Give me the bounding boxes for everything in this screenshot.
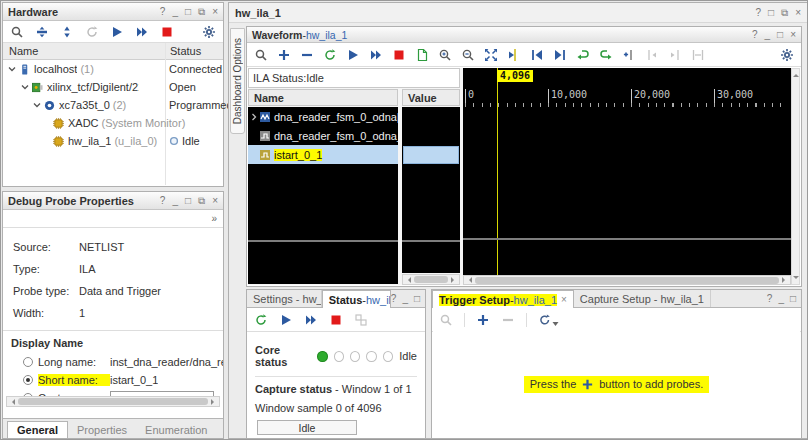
settings-gear-icon[interactable] [202,25,216,39]
help-icon[interactable]: ? [755,7,761,19]
maximize-icon[interactable]: □ [777,29,783,40]
help-icon[interactable]: ? [160,195,166,207]
stop-icon[interactable] [160,25,174,39]
wave-cursor-line[interactable] [497,68,498,275]
collapse-all-icon[interactable] [35,25,49,39]
signal-values-area[interactable] [402,107,460,273]
add-probe-icon[interactable] [476,313,490,327]
waveform-title-link[interactable]: hw_ila_1 [306,29,347,41]
tree-row-target[interactable]: xilinx_tcf/Digilent/2103197897... Open [3,78,223,96]
long-name-option[interactable]: Long name: inst_dna_reader/dna_reader_ [3,353,223,371]
remove-icon[interactable] [300,48,314,62]
minimize-icon[interactable]: _ [778,293,784,304]
run-all-icon[interactable] [304,313,318,327]
close-icon[interactable]: × [212,6,218,18]
close-tab-icon[interactable]: × [561,294,567,305]
goto-cursor-icon[interactable] [507,48,521,62]
scroll-right-icon[interactable] [211,399,217,405]
span-markers-icon-disabled[interactable] [691,48,705,62]
tree-row-hw-ila-1[interactable]: hw_ila_1 (u_ila_0) Idle [3,132,223,150]
add-icon[interactable] [277,48,291,62]
signal-name-column-header[interactable]: Name [248,89,398,106]
run-icon[interactable] [110,25,124,39]
scrollbar-thumb[interactable] [475,277,779,284]
play-icon[interactable] [279,313,293,327]
signal-value-column-header[interactable]: Value [402,89,460,106]
run-all-icon[interactable] [369,48,383,62]
scrollbar-thumb[interactable] [18,398,208,405]
horizontal-scrollbar[interactable] [6,396,220,407]
close-icon[interactable]: × [790,29,796,40]
scrollbar-thumb[interactable] [414,276,448,283]
tab-general[interactable]: General [7,421,68,438]
radio-short-name-selected[interactable] [23,375,33,385]
scroll-up-icon[interactable] [793,71,799,77]
add-marker-icon[interactable] [622,48,636,62]
close-icon[interactable]: × [795,7,801,19]
scroll-down-icon[interactable] [793,276,799,282]
stop-icon[interactable] [392,48,406,62]
float-icon[interactable]: ⧉ [198,195,205,207]
maximize-icon[interactable]: □ [185,195,191,207]
signal-row-odna[interactable]: dna_reader_fsm_0_odna[63:0] [248,107,398,126]
prev-marker-icon-disabled[interactable] [645,48,659,62]
zoom-fit-icon[interactable] [484,48,498,62]
maximize-icon[interactable]: □ [768,7,774,19]
minimize-icon[interactable]: _ [765,29,771,40]
goto-end-icon[interactable] [553,48,567,62]
scroll-left-icon[interactable] [405,277,411,283]
tab-status-active[interactable]: Status - hw_il× [322,290,391,308]
signal-names-area[interactable]: dna_reader_fsm_0_odna[63:0] dna_reader_f… [248,107,398,284]
short-name-option[interactable]: Short name: istart_0_1 [3,371,223,389]
minimize-icon[interactable]: _ [402,293,408,304]
wave-plot-area[interactable]: 0 10,000 20,000 30,000 4,096 [463,68,791,275]
settings-gear-icon[interactable] [780,48,794,62]
minimize-icon[interactable]: _ [172,6,178,18]
tree-row-localhost[interactable]: localhost (1) Connected [3,60,223,78]
wave-horizontal-scrollbar[interactable] [463,275,791,285]
run-setup-icon[interactable] [538,313,559,327]
values-horizontal-scrollbar[interactable] [402,274,460,285]
search-icon[interactable] [254,48,268,62]
minimize-icon[interactable]: _ [172,195,178,207]
run-trigger-icon[interactable] [323,48,337,62]
overflow-chevrons-icon[interactable]: » [211,213,217,224]
float-icon[interactable]: ⧉ [198,6,205,18]
close-icon[interactable]: × [212,195,218,207]
run-all-icon[interactable] [135,25,149,39]
expand-all-icon[interactable] [60,25,74,39]
float-icon[interactable]: ⧉ [781,7,788,19]
next-marker-icon-disabled[interactable] [668,48,682,62]
search-icon-disabled[interactable] [439,313,453,327]
search-icon[interactable] [10,25,24,39]
signal-row-odna-ready[interactable]: dna_reader_fsm_0_odna_ready [248,126,398,145]
tab-settings[interactable]: Settings - hw_ila [247,290,322,307]
maximize-icon[interactable]: □ [790,293,796,304]
signal-row-istart-selected[interactable]: istart_0_1 [248,145,398,164]
play-icon[interactable] [346,48,360,62]
help-icon[interactable]: ? [391,293,397,304]
export-icon[interactable] [415,48,429,62]
scroll-left-icon[interactable] [466,277,472,283]
zoom-out-icon[interactable] [461,48,475,62]
radio-long-name[interactable] [23,357,33,367]
maximize-icon[interactable]: □ [185,6,191,18]
stop-icon[interactable] [329,313,343,327]
compare-icon-disabled[interactable] [354,313,368,327]
scroll-left-icon[interactable] [9,399,15,405]
selected-value-cell[interactable] [403,146,459,164]
zoom-in-icon[interactable] [438,48,452,62]
help-icon[interactable]: ? [767,293,773,304]
tab-trigger-setup-active[interactable]: Trigger Setup - hw_ila_1× [432,290,574,308]
help-icon[interactable]: ? [160,6,166,18]
remove-probe-icon-disabled[interactable] [501,313,515,327]
tab-enumeration[interactable]: Enumeration [136,422,216,438]
scroll-right-icon[interactable] [451,277,457,283]
scroll-right-icon[interactable] [782,277,788,283]
dashboard-options-tab[interactable]: Dashboard Options [230,28,245,134]
tab-capture-setup[interactable]: Capture Setup - hw_ila_1 [574,290,711,307]
maximize-icon[interactable]: □ [414,293,420,304]
redo-swap-icon[interactable] [599,48,613,62]
run-trigger-icon[interactable] [254,313,268,327]
tree-row-xadc[interactable]: XADC (System Monitor) [3,114,223,132]
